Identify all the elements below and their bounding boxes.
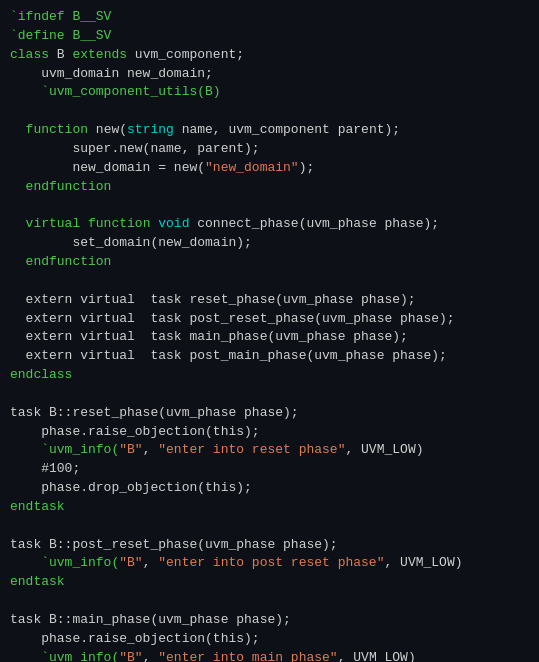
code-token: virtual function — [26, 216, 159, 231]
code-token: "B" — [119, 650, 142, 662]
code-line: `uvm_component_utils(B) — [10, 83, 529, 102]
code-line: `ifndef B__SV — [10, 8, 529, 27]
code-line: uvm_domain new_domain; — [10, 65, 529, 84]
code-line — [10, 272, 529, 291]
code-line: set_domain(new_domain); — [10, 234, 529, 253]
code-line: virtual function void connect_phase(uvm_… — [10, 215, 529, 234]
code-line: task B::post_reset_phase(uvm_phase phase… — [10, 536, 529, 555]
code-line — [10, 102, 529, 121]
code-token — [10, 216, 26, 231]
code-token: extern virtual task reset_phase(uvm_phas… — [10, 292, 416, 307]
code-token: function — [26, 122, 96, 137]
code-line: `uvm_info("B", "enter into post reset ph… — [10, 554, 529, 573]
code-token: task B::reset_phase(uvm_phase phase); — [10, 405, 299, 420]
code-token: "new_domain" — [205, 160, 299, 175]
code-token: "enter into post reset phase" — [158, 555, 384, 570]
code-token: new_domain = — [10, 160, 174, 175]
code-token — [10, 122, 26, 137]
code-token: , — [143, 555, 159, 570]
code-token: new( — [174, 160, 205, 175]
code-line: task B::main_phase(uvm_phase phase); — [10, 611, 529, 630]
code-token: phase.raise_objection(this); — [10, 424, 260, 439]
code-token: endfunction — [10, 179, 111, 194]
code-token: uvm_domain new_domain; — [10, 66, 213, 81]
code-line: phase.raise_objection(this); — [10, 630, 529, 649]
code-line: `define B__SV — [10, 27, 529, 46]
code-line: `uvm_info("B", "enter into main phase", … — [10, 649, 529, 662]
code-content: `ifndef B__SV`define B__SVclass B extend… — [10, 8, 529, 662]
code-line: extern virtual task post_main_phase(uvm_… — [10, 347, 529, 366]
code-token: extern virtual task post_main_phase(uvm_… — [10, 348, 447, 363]
code-token: `uvm_info( — [10, 650, 119, 662]
code-token: `uvm_info( — [10, 442, 119, 457]
code-token: "B" — [119, 442, 142, 457]
code-line: endfunction — [10, 253, 529, 272]
code-line: new_domain = new("new_domain"); — [10, 159, 529, 178]
code-token: string — [127, 122, 182, 137]
code-line: super.new(name, parent); — [10, 140, 529, 159]
code-token: extern virtual task main_phase(uvm_phase… — [10, 329, 408, 344]
code-token: B — [57, 47, 73, 62]
code-line — [10, 592, 529, 611]
code-line: phase.raise_objection(this); — [10, 423, 529, 442]
code-editor: `ifndef B__SV`define B__SVclass B extend… — [0, 0, 539, 662]
code-token: connect_phase(uvm_phase phase); — [197, 216, 439, 231]
code-token: extern virtual task post_reset_phase(uvm… — [10, 311, 455, 326]
code-line: extern virtual task reset_phase(uvm_phas… — [10, 291, 529, 310]
code-line: extern virtual task main_phase(uvm_phase… — [10, 328, 529, 347]
code-token: endtask — [10, 574, 65, 589]
code-token: "enter into main phase" — [158, 650, 337, 662]
code-line: endtask — [10, 573, 529, 592]
code-line: `uvm_info("B", "enter into reset phase",… — [10, 441, 529, 460]
code-token: ); — [299, 160, 315, 175]
code-token: uvm_component; — [135, 47, 244, 62]
code-line: task B::reset_phase(uvm_phase phase); — [10, 404, 529, 423]
code-token: `uvm_component_utils(B) — [10, 84, 221, 99]
code-line: endfunction — [10, 178, 529, 197]
code-line — [10, 517, 529, 536]
code-token: , — [143, 442, 159, 457]
code-line — [10, 385, 529, 404]
code-line: endclass — [10, 366, 529, 385]
code-token: name, uvm_component parent); — [182, 122, 400, 137]
code-token: class — [10, 47, 57, 62]
code-token: phase.drop_objection(this); — [10, 480, 252, 495]
code-token: `ifndef B__SV — [10, 9, 111, 24]
code-token: new — [96, 122, 119, 137]
code-token: set_domain(new_domain); — [10, 235, 252, 250]
code-line: class B extends uvm_component; — [10, 46, 529, 65]
code-token: phase.raise_objection(this); — [10, 631, 260, 646]
code-token: #100; — [10, 461, 80, 476]
code-token: "enter into reset phase" — [158, 442, 345, 457]
code-line: endtask — [10, 498, 529, 517]
code-line: extern virtual task post_reset_phase(uvm… — [10, 310, 529, 329]
code-token: "B" — [119, 555, 142, 570]
code-token: endtask — [10, 499, 65, 514]
code-line — [10, 196, 529, 215]
code-token: , UVM_LOW) — [384, 555, 462, 570]
code-token: , — [143, 650, 159, 662]
code-token: endclass — [10, 367, 72, 382]
code-line: phase.drop_objection(this); — [10, 479, 529, 498]
code-token: super.new(name, parent); — [10, 141, 260, 156]
code-line: #100; — [10, 460, 529, 479]
code-token: void — [158, 216, 197, 231]
code-token: , UVM_LOW) — [345, 442, 423, 457]
code-token: ( — [119, 122, 127, 137]
code-token: task B::post_reset_phase(uvm_phase phase… — [10, 537, 338, 552]
code-token: `define B__SV — [10, 28, 111, 43]
code-token: endfunction — [10, 254, 111, 269]
code-token: extends — [72, 47, 134, 62]
code-line: function new(string name, uvm_component … — [10, 121, 529, 140]
code-token: task B::main_phase(uvm_phase phase); — [10, 612, 291, 627]
code-token: `uvm_info( — [10, 555, 119, 570]
code-token: , UVM_LOW) — [338, 650, 416, 662]
